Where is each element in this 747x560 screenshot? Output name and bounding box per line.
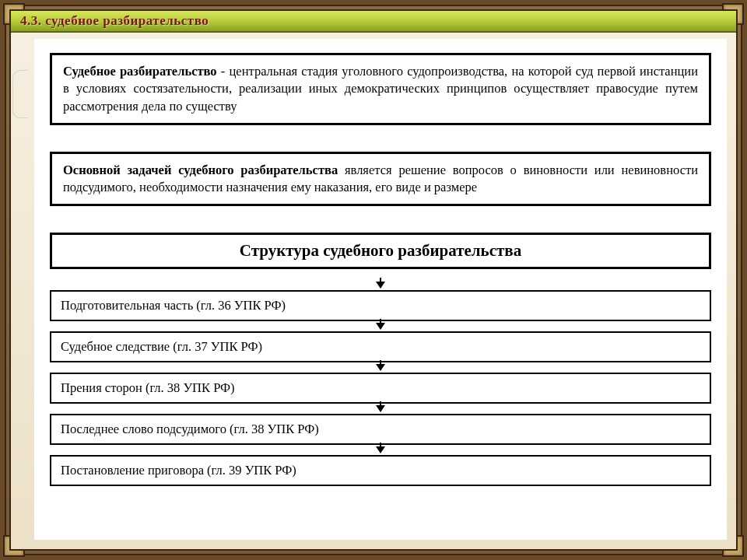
down-arrow-icon — [376, 405, 385, 412]
task-box: Основной задачей судебного разбирательст… — [50, 152, 711, 207]
definition-box: Судебное разбирательство - центральная с… — [50, 53, 711, 125]
structure-step: Судебное следствие (гл. 37 УПК РФ) — [50, 331, 711, 362]
header-bar: 4.3. судебное разбирательство — [11, 11, 736, 33]
structure-step-label: Судебное следствие (гл. 37 УПК РФ) — [61, 339, 262, 354]
structure-step-label: Последнее слово подсудимого (гл. 38 УПК … — [61, 422, 319, 436]
slide-inner: 4.3. судебное разбирательство Судебное р… — [9, 9, 738, 551]
structure-step: Последнее слово подсудимого (гл. 38 УПК … — [50, 414, 711, 445]
mid-frame: 4.3. судебное разбирательство Судебное р… — [5, 5, 742, 555]
structure-step-label: Подготовительная часть (гл. 36 УПК РФ) — [61, 298, 286, 313]
structure-flow: Подготовительная часть (гл. 36 УПК РФ) С… — [50, 280, 711, 486]
down-arrow-icon — [376, 323, 385, 330]
structure-step-label: Прения сторон (гл. 38 УПК РФ) — [61, 380, 235, 395]
slide-title: 4.3. судебное разбирательство — [20, 13, 209, 29]
down-arrow-icon — [376, 282, 385, 289]
structure-step: Постановление приговора (гл. 39 УПК РФ) — [50, 455, 711, 486]
structure-step: Прения сторон (гл. 38 УПК РФ) — [50, 373, 711, 404]
definition-term: Судебное разбирательство — [63, 64, 217, 79]
down-arrow-icon — [376, 446, 385, 453]
structure-step: Подготовительная часть (гл. 36 УПК РФ) — [50, 290, 711, 321]
outer-frame: 4.3. судебное разбирательство Судебное р… — [0, 0, 747, 560]
down-arrow-icon — [376, 364, 385, 371]
content-area: Судебное разбирательство - центральная с… — [34, 39, 727, 540]
task-lead: Основной задачей судебного разбирательст… — [63, 163, 338, 177]
definition-dash: - — [217, 64, 230, 79]
structure-step-label: Постановление приговора (гл. 39 УПК РФ) — [61, 463, 296, 478]
structure-title: Структура судебного разбирательства — [240, 241, 521, 260]
structure-title-box: Структура судебного разбирательства — [50, 233, 711, 269]
